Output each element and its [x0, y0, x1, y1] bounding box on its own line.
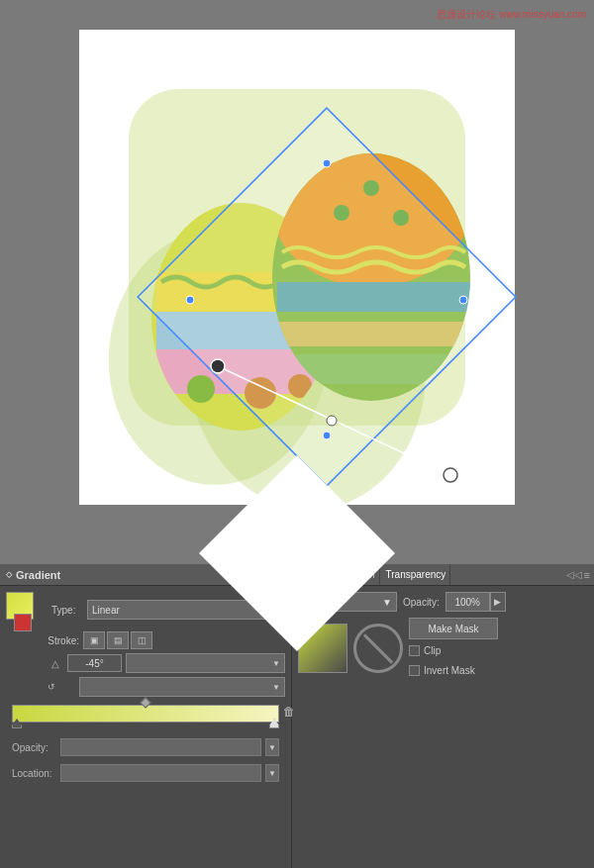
clip-row: Clip	[409, 645, 498, 656]
svg-point-30	[186, 296, 194, 304]
chevron-icon: ◇	[6, 570, 12, 579]
tab-arrows: ◁◁ ≡	[566, 569, 590, 581]
invert-mask-label: Invert Mask	[424, 665, 475, 676]
mask-controls: Make Mask Clip Invert Mask	[409, 618, 498, 679]
opacity-row: Opacity: ▼	[12, 738, 279, 756]
blend-select-arrow: ▼	[382, 597, 392, 608]
canvas-area	[0, 0, 594, 564]
opacity-btn[interactable]: ▶	[490, 592, 506, 612]
angle-select-arrow: ▼	[272, 659, 280, 668]
stroke-row: Stroke: ▣ ▤ ◫	[48, 631, 285, 649]
type-value: Linear	[92, 605, 120, 616]
opacity-value[interactable]: 100%	[446, 592, 490, 612]
angle-input[interactable]: -45°	[67, 654, 122, 672]
tab-menu-icon[interactable]: ≡	[584, 569, 590, 581]
stroke-btn-2[interactable]: ▤	[107, 631, 129, 649]
no-mask-icon[interactable]	[353, 624, 403, 673]
stroke-btn-3[interactable]: ◫	[131, 631, 152, 649]
opacity-input[interactable]	[60, 738, 261, 756]
type-label: Type:	[51, 605, 83, 616]
tab-transparency[interactable]: Transparency	[382, 564, 451, 585]
mask-row: Make Mask Clip Invert Mask	[298, 618, 588, 679]
cycle-select[interactable]: ▼	[79, 677, 285, 697]
invert-mask-row: Invert Mask	[409, 665, 498, 676]
make-mask-button[interactable]: Make Mask	[409, 618, 498, 639]
secondary-swatch[interactable]	[14, 614, 32, 631]
svg-point-6	[187, 375, 215, 403]
svg-point-31	[323, 432, 331, 439]
watermark: 思源设计论坛 www.missyuan.com	[437, 8, 586, 22]
stroke-btn-1[interactable]: ▣	[83, 631, 105, 649]
gradient-panel: ◇ Gradient ≡ Type: Linear ▼ Stroke:	[0, 564, 292, 868]
reverse-row: ↺ ▼	[48, 677, 285, 697]
svg-point-27	[446, 471, 454, 479]
svg-point-25	[327, 416, 337, 426]
angle-row: △ -45° ▼	[48, 653, 285, 673]
location-arrow[interactable]: ▼	[265, 764, 279, 782]
svg-point-24	[211, 359, 225, 373]
location-input[interactable]	[60, 764, 261, 782]
opacity-container: 100% ▶	[446, 592, 506, 612]
opacity-arrow[interactable]: ▼	[265, 738, 279, 756]
opacity-label-right: Opacity:	[403, 597, 440, 608]
gradient-panel-body: Type: Linear ▼ Stroke: ▣ ▤ ◫ △ -45°	[0, 586, 291, 792]
delete-stop-icon[interactable]: 🗑	[283, 705, 295, 719]
location-label: Location:	[12, 768, 56, 779]
svg-point-29	[459, 296, 467, 304]
stroke-buttons: ▣ ▤ ◫	[83, 631, 152, 649]
clip-checkbox[interactable]	[409, 645, 420, 656]
angle-select[interactable]: ▼	[126, 653, 285, 673]
stroke-label: Stroke:	[48, 635, 79, 646]
gradient-bar-container: 🗑	[12, 705, 279, 723]
cycle-icon: ↺	[48, 682, 55, 692]
svg-point-28	[323, 159, 331, 167]
gradient-title: Gradient	[16, 569, 60, 581]
cycle-select-arrow: ▼	[272, 683, 280, 692]
no-entry-line	[363, 633, 393, 663]
location-row: Location: ▼	[12, 764, 279, 782]
invert-mask-checkbox[interactable]	[409, 665, 420, 676]
angle-icon: △	[48, 655, 63, 671]
opacity-label: Opacity:	[12, 742, 56, 753]
tab-arrow-left[interactable]: ◁◁	[566, 569, 582, 580]
panel-title: ◇ Gradient	[6, 569, 60, 581]
color-swatch-area	[6, 592, 42, 627]
clip-label: Clip	[424, 645, 441, 656]
